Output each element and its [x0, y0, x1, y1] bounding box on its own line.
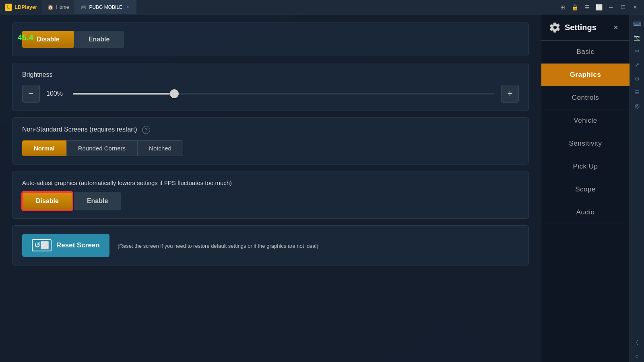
- tab-bar: 🏠 Home 🎮 PUBG MOBILE ×: [42, 0, 557, 14]
- reset-screen-label: Reset Screen: [56, 241, 100, 249]
- auto-disable-button[interactable]: Disable: [22, 192, 72, 210]
- brightness-decrease-button[interactable]: −: [22, 85, 40, 103]
- top-toggle-section: Disable Enable: [12, 23, 529, 56]
- tab-pubg[interactable]: 🎮 PUBG MOBILE ×: [75, 0, 136, 14]
- sidebar-icon-camera[interactable]: 📷: [631, 31, 643, 43]
- brightness-slider-fill: [73, 93, 178, 95]
- settings-title-label: Settings: [565, 23, 597, 32]
- topbar-btn-2[interactable]: 🔒: [569, 2, 580, 13]
- settings-content: Disable Enable Brightness − 100% +: [0, 14, 541, 362]
- nav-item-pickup[interactable]: Pick Up: [541, 155, 630, 178]
- brightness-section: Brightness − 100% +: [12, 63, 529, 111]
- nav-item-vehicle[interactable]: Vehicle: [541, 109, 630, 132]
- sidebar-icon-location[interactable]: ◎: [631, 100, 643, 112]
- fps-counter: 45.4: [18, 33, 33, 42]
- reset-screen-description: (Reset the screen if you need to restore…: [118, 243, 318, 249]
- restore-button[interactable]: ❐: [617, 2, 629, 13]
- tab-pubg-label: PUBG MOBILE: [89, 4, 122, 10]
- tab-close-button[interactable]: ×: [125, 4, 130, 10]
- nav-item-graphics[interactable]: Graphics: [541, 64, 630, 86]
- settings-nav: Settings × Basic Graphics Controls Vehic…: [541, 14, 630, 362]
- sidebar-icon-scissors[interactable]: ✂: [631, 45, 643, 57]
- app-logo: L LDPlayer: [0, 4, 42, 11]
- brightness-slider-track: [73, 93, 495, 95]
- sidebar-icon-circle[interactable]: ○: [631, 350, 643, 362]
- screen-options: Normal Rounded Corners Notched: [22, 140, 519, 156]
- non-standard-label: Non-Standard Screens (requires restart) …: [22, 126, 519, 134]
- auto-adjust-toggle: Disable Enable: [22, 192, 519, 210]
- settings-title: Settings: [549, 22, 597, 33]
- auto-enable-button[interactable]: Enable: [74, 192, 121, 210]
- screen-normal-button[interactable]: Normal: [22, 140, 66, 156]
- nav-item-controls[interactable]: Controls: [541, 86, 630, 109]
- top-bar: L LDPlayer 🏠 Home 🎮 PUBG MOBILE × ⊞ 🔒 ☰ …: [0, 0, 644, 14]
- brightness-increase-button[interactable]: +: [501, 85, 519, 103]
- settings-header: Settings ×: [541, 14, 630, 41]
- topbar-btn-3[interactable]: ⬜: [593, 2, 605, 13]
- top-enable-button[interactable]: Enable: [74, 31, 124, 48]
- sidebar-icon-keyboard[interactable]: ⌨: [631, 18, 643, 30]
- nav-item-scope[interactable]: Scope: [541, 178, 630, 201]
- tab-home[interactable]: 🏠 Home: [42, 0, 75, 14]
- settings-close-button[interactable]: ×: [610, 22, 621, 33]
- non-standard-info-icon[interactable]: ?: [142, 126, 150, 134]
- settings-gear-icon: [549, 22, 561, 33]
- sidebar-icon-layers[interactable]: ☰: [631, 86, 643, 98]
- reset-screen-icon: ↺⬜: [32, 239, 52, 251]
- game-icon: 🎮: [80, 4, 87, 10]
- home-icon: 🏠: [47, 4, 54, 10]
- sidebar-icon-record[interactable]: ⊙: [631, 72, 643, 84]
- right-sidebar: ⌨ 📷 ✂ ⤢ ⊙ ☰ ◎ ⟨ ○: [630, 14, 644, 362]
- tab-home-label: Home: [56, 4, 69, 10]
- sidebar-icon-expand2[interactable]: ⟨: [631, 336, 643, 348]
- brightness-value: 100%: [46, 90, 66, 97]
- settings-panel: Disable Enable Brightness − 100% +: [0, 14, 630, 362]
- nav-item-basic[interactable]: Basic: [541, 41, 630, 64]
- non-standard-screens-section: Non-Standard Screens (requires restart) …: [12, 117, 529, 165]
- brightness-slider-container[interactable]: [73, 90, 495, 98]
- brightness-row: − 100% +: [22, 85, 519, 103]
- topbar-btn-1[interactable]: ⊞: [557, 2, 568, 13]
- reset-screen-button[interactable]: ↺⬜ Reset Screen: [22, 234, 109, 257]
- screen-notched-button[interactable]: Notched: [137, 140, 183, 156]
- reset-screen-section: ↺⬜ Reset Screen (Reset the screen if you…: [12, 225, 529, 265]
- auto-adjust-label: Auto-adjust graphics (automatically lowe…: [22, 179, 519, 186]
- close-button[interactable]: ✕: [630, 2, 641, 13]
- nav-item-audio[interactable]: Audio: [541, 201, 630, 224]
- nav-item-sensitivity[interactable]: Sensitivity: [541, 132, 630, 155]
- top-bar-controls: ⊞ 🔒 ☰ ⬜ ─ ❐ ✕: [557, 2, 644, 13]
- auto-adjust-section: Auto-adjust graphics (automatically lowe…: [12, 171, 529, 219]
- sidebar-icon-expand[interactable]: ⤢: [631, 59, 643, 71]
- topbar-btn-menu[interactable]: ☰: [581, 2, 592, 13]
- brightness-label: Brightness: [22, 71, 519, 78]
- logo-icon: L: [5, 4, 12, 11]
- top-toggle: Disable Enable: [22, 31, 519, 48]
- logo-text: LDPlayer: [14, 4, 37, 10]
- screen-rounded-button[interactable]: Rounded Corners: [66, 140, 137, 156]
- brightness-slider-thumb[interactable]: [170, 89, 179, 98]
- minimize-button[interactable]: ─: [605, 2, 617, 13]
